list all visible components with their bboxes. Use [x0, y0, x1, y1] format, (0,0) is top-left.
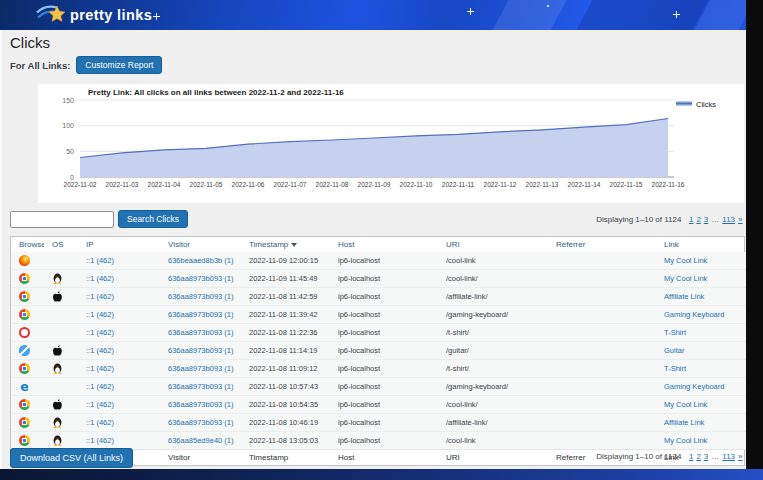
legend-label: Clicks — [696, 100, 716, 109]
pretty-link-name-link[interactable]: Gaming Keyboard — [664, 310, 724, 319]
clicks-area-chart: Pretty Link: All clicks on all links bet… — [38, 84, 744, 203]
page-title: Clicks — [10, 34, 50, 51]
table-row: ::1 (462)636beaaed8b3b (1)2022-11-09 12:… — [11, 252, 746, 270]
timestamp-value: 2022-11-08 13:05:03 — [249, 436, 318, 445]
next-page-link[interactable]: » — [738, 452, 742, 461]
linux-icon — [52, 363, 63, 374]
page-link-2[interactable]: 2 — [696, 215, 700, 224]
page-link-3[interactable]: 3 — [704, 215, 708, 224]
ip-link[interactable]: ::1 (462) — [86, 310, 114, 319]
ip-link[interactable]: ::1 (462) — [86, 364, 114, 373]
host-value: ip6-localhost — [338, 310, 380, 319]
visitor-link[interactable]: 636aa85ed9e40 (1) — [168, 436, 233, 445]
pretty-link-name-link[interactable]: My Cool Link — [664, 274, 707, 283]
search-clicks-button[interactable]: Search Clicks — [118, 210, 188, 228]
x-axis-tick-label: 2022-11-10 — [400, 181, 433, 188]
page-link-1[interactable]: 1 — [689, 452, 693, 461]
visitor-link[interactable]: 636aa8973b093 (1) — [168, 382, 233, 391]
pretty-link-name-link[interactable]: My Cool Link — [664, 400, 707, 409]
column-header-link[interactable]: Link — [664, 240, 679, 249]
x-axis-tick-label: 2022-11-08 — [316, 181, 349, 188]
sparkle-icon — [153, 13, 160, 20]
column-header-visitor[interactable]: Visitor — [168, 240, 190, 249]
column-header-ip[interactable]: IP — [86, 240, 94, 249]
table-row: ::1 (462)636aa8973b093 (1)2022-11-08 11:… — [11, 360, 746, 378]
ip-link[interactable]: ::1 (462) — [86, 400, 114, 409]
column-header-browser[interactable]: Browser — [19, 240, 44, 249]
visitor-link[interactable]: 636aa8973b093 (1) — [168, 400, 233, 409]
timestamp-value: 2022-11-09 11:45:49 — [249, 274, 318, 283]
host-value: ip6-localhost — [338, 328, 380, 337]
pretty-links-logo: pretty links — [36, 3, 152, 27]
ip-link[interactable]: ::1 (462) — [86, 274, 114, 283]
pretty-link-name-link[interactable]: Guitar — [664, 346, 684, 355]
ip-link[interactable]: ::1 (462) — [86, 382, 114, 391]
table-row: ::1 (462)636aa8973b093 (1)2022-11-08 10:… — [11, 396, 746, 414]
column-header-timestamp[interactable]: Timestamp — [249, 240, 288, 249]
pretty-links-admin-page: pretty links Clicks For All Links: Custo… — [0, 0, 746, 469]
pretty-link-name-link[interactable]: My Cool Link — [664, 436, 707, 445]
linux-icon — [52, 435, 63, 446]
table-row: ::1 (462)636aa8973b093 (1)2022-11-09 11:… — [11, 270, 746, 288]
visitor-link[interactable]: 636aa8973b093 (1) — [168, 292, 233, 301]
chrome-icon — [19, 291, 30, 302]
visitor-link[interactable]: 636aa8973b093 (1) — [168, 364, 233, 373]
ip-link[interactable]: ::1 (462) — [86, 328, 114, 337]
windows-icon — [52, 309, 63, 320]
uri-value: /t-shirt/ — [446, 364, 469, 373]
x-axis-tick-label: 2022-11-14 — [568, 181, 601, 188]
ip-link[interactable]: ::1 (462) — [86, 418, 114, 427]
ip-link[interactable]: ::1 (462) — [86, 256, 114, 265]
column-header-host[interactable]: Host — [338, 240, 354, 249]
column-header-referrer[interactable]: Referrer — [556, 240, 585, 249]
host-value: ip6-localhost — [338, 292, 380, 301]
pretty-link-name-link[interactable]: Gaming Keyboard — [664, 382, 724, 391]
visitor-link[interactable]: 636beaaed8b3b (1) — [168, 256, 233, 265]
pretty-link-name-link[interactable]: T-Shirt — [664, 328, 686, 337]
visitor-link[interactable]: 636aa8973b093 (1) — [168, 328, 233, 337]
sort-desc-icon — [291, 243, 297, 247]
ip-link[interactable]: ::1 (462) — [86, 436, 114, 445]
pretty-link-name-link[interactable]: My Cool Link — [664, 256, 707, 265]
visitor-link[interactable]: 636aa8973b093 (1) — [168, 418, 233, 427]
search-input[interactable] — [10, 211, 114, 228]
x-axis-tick-label: 2022-11-02 — [64, 181, 97, 188]
visitor-link[interactable]: 636aa8973b093 (1) — [168, 310, 233, 319]
visitor-link[interactable]: 636aa8973b093 (1) — [168, 346, 233, 355]
host-value: ip6-localhost — [338, 274, 380, 283]
table-row: ::1 (462)636aa8973b093 (1)2022-11-08 11:… — [11, 342, 746, 360]
pagination-ellipsis: … — [711, 215, 719, 224]
y-axis-tick-label: 0 — [70, 174, 74, 181]
host-value: ip6-localhost — [338, 364, 380, 373]
column-header-uri[interactable]: URI — [446, 240, 460, 249]
timestamp-value: 2022-11-08 11:14:19 — [249, 346, 318, 355]
table-row: ::1 (462)636aa8973b093 (1)2022-11-08 11:… — [11, 288, 746, 306]
ip-link[interactable]: ::1 (462) — [86, 346, 114, 355]
x-axis-tick-label: 2022-11-16 — [652, 181, 685, 188]
next-page-link[interactable]: » — [738, 215, 742, 224]
pagination-bottom: Displaying 1–10 of 1124123…113» — [596, 452, 744, 461]
pretty-link-name-link[interactable]: Affiliate Link — [664, 292, 704, 301]
pretty-link-name-link[interactable]: Affiliate Link — [664, 418, 704, 427]
displaying-count: Displaying 1–10 of 1124 — [596, 452, 681, 461]
host-value: ip6-localhost — [338, 418, 380, 427]
chrome-icon — [19, 309, 30, 320]
page-link-last[interactable]: 113 — [722, 452, 735, 461]
page-link-last[interactable]: 113 — [722, 215, 735, 224]
table-row: ::1 (462)636aa85ed9e40 (1)2022-11-08 13:… — [11, 432, 746, 450]
host-value: ip6-localhost — [338, 346, 380, 355]
download-csv-button[interactable]: Download CSV (All Links) — [10, 448, 133, 468]
page-link-1[interactable]: 1 — [689, 215, 693, 224]
page-link-3[interactable]: 3 — [704, 452, 708, 461]
footer-column-header-visitor: Visitor — [160, 450, 241, 466]
x-axis-tick-label: 2022-11-13 — [526, 181, 559, 188]
page-link-2[interactable]: 2 — [696, 452, 700, 461]
ip-link[interactable]: ::1 (462) — [86, 292, 114, 301]
pretty-link-name-link[interactable]: T-Shirt — [664, 364, 686, 373]
timestamp-value: 2022-11-08 11:22:36 — [249, 328, 318, 337]
customize-report-button[interactable]: Customize Report — [76, 56, 162, 74]
column-header-os[interactable]: OS — [52, 240, 64, 249]
x-axis-tick-label: 2022-11-03 — [106, 181, 139, 188]
table-row: ::1 (462)636aa8973b093 (1)2022-11-08 10:… — [11, 414, 746, 432]
visitor-link[interactable]: 636aa8973b093 (1) — [168, 274, 233, 283]
